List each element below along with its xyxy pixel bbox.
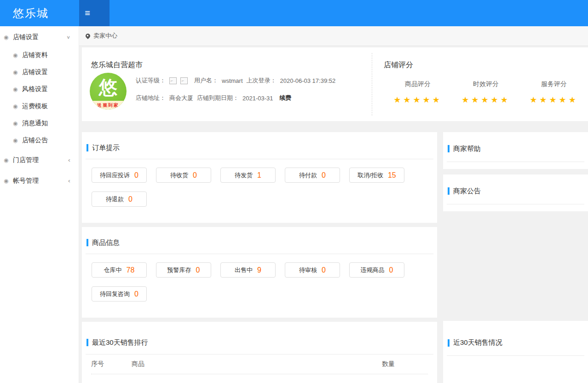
rating-stars: ★★★★★ [384,95,452,105]
stat-count: 0 [389,266,393,274]
store-details-row-2: 店铺地址： 商会大厦 店铺到期日期： 2021-03-31 续费 [136,93,339,103]
sidebar-item[interactable]: ◉ 店铺设置 [0,28,79,46]
nav-item[interactable] [96,0,110,26]
column-header-index: 序号 [91,360,132,368]
goods-stat-button[interactable]: 待回复咨询 0 [92,286,147,302]
order-stat-button[interactable]: 待退款 0 [92,192,147,207]
goods-stats: 仓库中 78 预警库存 0 出售中 9 待审核 0 违规商品 0 待回复咨询 0 [82,254,437,310]
sidebar-item-label: 消息通知 [22,119,48,128]
nav-item[interactable] [165,0,179,26]
sidebar-item[interactable]: ◉ 门店管理 [0,151,79,169]
section-accent-bar [448,187,450,195]
goods-stat-button[interactable]: 出售中 9 [220,262,276,278]
stat-label: 违规商品 [361,266,385,274]
star-icon: ★ [491,95,501,104]
username-value: wstmart [222,77,243,84]
sidebar-item-label: 运费模板 [22,102,48,110]
order-stat-button[interactable]: 待回应投诉 0 [92,168,147,183]
star-icon: ★ [569,95,578,104]
sidebar-item-label: 店铺设置 [13,33,39,41]
sidebar-item-label: 店铺设置 [22,68,48,76]
section-title: 商家帮助 [453,145,481,153]
stat-count: 0 [322,171,326,180]
stat-label: 待回应投诉 [100,171,130,180]
goods-stat-button[interactable]: 预警库存 0 [156,262,211,278]
nav-item[interactable] [179,0,192,26]
stat-count: 1 [257,171,261,180]
stat-count: 0 [134,290,138,298]
order-stat-button[interactable]: 取消/拒收 15 [349,168,404,183]
dotted-divider [91,374,428,374]
sidebar-item[interactable]: ◉ 店铺资料 [0,46,79,64]
star-icon: ★ [413,95,422,104]
column-header-product: 商品 [132,360,382,368]
sidebar-item[interactable]: ◉ 店铺公告 [0,132,79,149]
goods-stat-button[interactable]: 违规商品 0 [349,262,404,278]
goods-stat-button[interactable]: 仓库中 78 [92,262,147,278]
merchant-help-panel: 商家帮助 [443,132,588,169]
nav-item[interactable] [137,0,151,26]
star-icon: ★ [403,95,413,104]
section-accent-bar [86,144,88,151]
brand-logo[interactable]: 悠乐城 [0,0,79,26]
order-stat-button[interactable]: 待发货 1 [220,168,276,183]
sidebar-item[interactable]: ◉ 风格设置 [0,81,79,98]
column-header-quantity: 数量 [382,360,428,368]
breadcrumb: 卖家中心 [79,26,588,46]
address-label: 店铺地址： [136,94,166,102]
order-stat-button[interactable]: 待付款 0 [285,168,340,183]
order-stats: 待回应投诉 0 待收货 0 待发货 1 待付款 0 取消/拒收 15 待退款 0 [82,159,437,215]
section-header: 订单提示 [86,132,433,159]
section-accent-bar [448,145,450,152]
rating-columns: 商品评分 ★★★★★ 时效评分 ★★★★★ 服务评分 ★★★★★ [384,80,588,105]
renew-link[interactable]: 续费 [280,94,292,102]
sidebar-item[interactable]: ◉ 帐号管理 [0,172,79,190]
rating-label: 商品评分 [384,80,452,88]
sidebar-item[interactable]: ◉ 运费模板 [0,98,79,115]
nav-item[interactable] [151,0,165,26]
stat-count: 9 [257,266,261,274]
nav-item[interactable] [123,0,137,26]
vertical-dashed-divider [372,53,372,116]
chevron-left-icon [68,157,70,163]
star-icon: ★ [501,95,510,104]
hamburger-icon: ≡ [85,8,90,18]
expire-value: 2021-03-31 [242,95,273,102]
stat-label: 待收货 [170,171,188,180]
last-login-value: 2020-06-03 17:39:52 [280,77,336,84]
section-header: 近30天销售情况 [447,321,584,356]
section-accent-bar [86,239,88,246]
star-icon: ★ [393,95,403,104]
sidebar: ◉ 店铺设置 ◉ 店铺资料 ◉ 店铺设置 ◉ 风格设置 ◉ 运费模板 ◉ 消息通… [0,26,79,383]
sales-ranking-panel: 最近30天销售排行 序号 商品 数量 [82,322,437,383]
section-header: 商家公告 [447,174,584,204]
sidebar-item[interactable]: ◉ 消息通知 [0,115,79,132]
order-stat-button[interactable]: 待收货 0 [156,168,211,183]
stat-label: 待付款 [299,171,317,180]
bullseye-icon: ◉ [13,137,19,144]
location-pin-icon [85,33,91,39]
bullseye-icon: ◉ [13,86,19,93]
rating-stars: ★★★★★ [520,95,588,105]
bullseye-icon: ◉ [4,34,10,41]
bullseye-icon: ◉ [13,120,19,127]
address-value: 商会大厦 [169,94,193,102]
section-header: 最近30天销售排行 [86,322,433,354]
star-icon: ★ [559,95,569,104]
goods-stat-button[interactable]: 待审核 0 [285,262,340,278]
sidebar-item[interactable]: ◉ 店铺设置 [0,64,79,81]
section-title: 最近30天销售排行 [92,338,148,347]
sidebar-item-label: 风格设置 [22,85,48,93]
stat-label: 出售中 [235,266,253,274]
menu-toggle-button[interactable]: ≡ [79,0,96,26]
order-prompts-panel: 订单提示 待回应投诉 0 待收货 0 待发货 1 待付款 0 取消/拒收 15 … [82,132,437,223]
stat-count: 78 [127,266,135,274]
section-title: 商家公告 [453,187,481,196]
store-logo-banner: 送菜到家 [90,101,127,110]
sidebar-item-label: 店铺资料 [22,51,48,59]
star-icon: ★ [471,95,481,104]
store-info-panel: 悠乐城自营超市 悠 送菜到家 认证等级： 用户名： wstmart 上次登录： … [82,47,588,121]
stat-label: 取消/拒收 [357,171,383,180]
nav-item[interactable] [110,0,123,26]
stat-label: 待发货 [235,171,253,180]
